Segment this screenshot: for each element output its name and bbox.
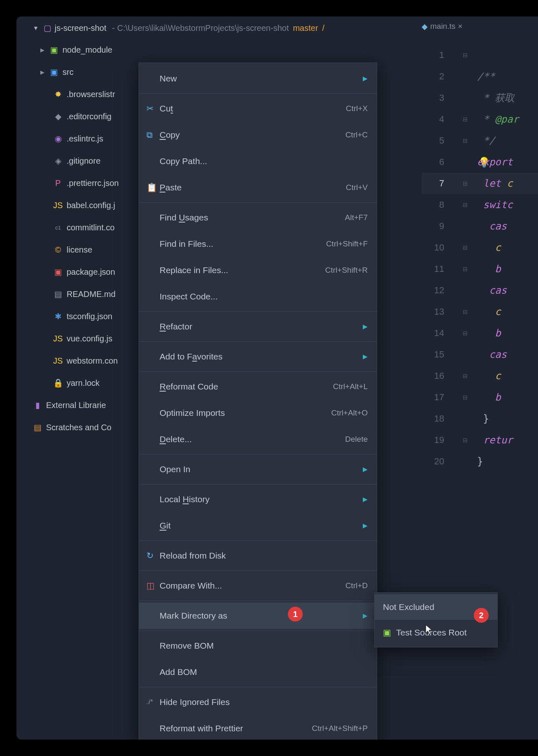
fold-marker-icon[interactable]: ⊟ xyxy=(459,194,471,216)
line-number[interactable]: 18 xyxy=(423,408,444,429)
file-icon: ◈ xyxy=(53,156,63,165)
menu-item[interactable]: Delete...Delete xyxy=(139,426,377,452)
code-token: cas xyxy=(489,220,507,232)
chevron-right-icon[interactable]: ▶ xyxy=(40,69,45,75)
library-icon: ▮ xyxy=(33,401,42,410)
line-number[interactable]: 19 xyxy=(423,429,444,451)
fold-marker-icon[interactable]: ⊟ xyxy=(459,130,471,151)
paste-icon: 📋 xyxy=(146,183,159,192)
ts-file-icon: ◆ xyxy=(422,22,428,31)
menu-item[interactable]: Reformat CodeCtrl+Alt+L xyxy=(139,373,377,400)
line-number[interactable]: 4 xyxy=(423,109,444,130)
menu-item[interactable]: Find in Files...Ctrl+Shift+F xyxy=(139,231,377,257)
menu-item[interactable]: .i*Hide Ignored Files xyxy=(139,689,377,715)
line-number[interactable]: 7 xyxy=(423,173,444,194)
line-number[interactable]: 1 xyxy=(423,44,444,66)
chevron-right-icon: ▶ xyxy=(363,496,368,503)
menu-item[interactable]: ↻Reload from Disk xyxy=(139,543,377,569)
menu-item[interactable]: Add to Favorites▶ xyxy=(139,343,377,370)
line-gutter: 1 2 3 4 5 6 7 8 9 10 11 12 13 14 15 16 1… xyxy=(423,44,444,472)
line-number[interactable]: 10 xyxy=(423,237,444,258)
fold-marker-icon[interactable]: ⊟ xyxy=(459,322,471,344)
editor-tab-main[interactable]: ◆ main.ts × xyxy=(422,22,462,31)
code-token: export xyxy=(477,156,519,168)
fold-marker-icon[interactable]: ⊟ xyxy=(459,258,471,280)
menu-label: Inspect Code... xyxy=(160,292,368,301)
fold-marker-icon[interactable]: ⊟ xyxy=(459,429,471,451)
menu-item[interactable]: Copy Path... xyxy=(139,148,377,174)
menu-item[interactable]: ⧉CopyCtrl+C xyxy=(139,122,377,148)
menu-item[interactable]: Inspect Code... xyxy=(139,283,377,310)
menu-label: Find in Files... xyxy=(160,239,326,249)
fold-marker-icon[interactable]: ⊟ xyxy=(459,237,471,258)
menu-label: Compare With... xyxy=(160,581,346,591)
fold-marker-icon[interactable]: ⊟ xyxy=(459,109,471,130)
menu-separator xyxy=(139,687,377,687)
line-number[interactable]: 20 xyxy=(423,451,444,472)
menu-item[interactable]: Remove BOM xyxy=(139,633,377,659)
chevron-right-icon[interactable]: ▶ xyxy=(40,47,45,53)
menu-item[interactable]: Mark Directory as▶ xyxy=(139,603,377,629)
line-number[interactable]: 12 xyxy=(423,280,444,301)
menu-item[interactable]: 📋PasteCtrl+V xyxy=(139,174,377,201)
cut-icon: ✂ xyxy=(146,104,159,114)
tree-label: src xyxy=(63,67,74,77)
menu-item[interactable]: Optimize ImportsCtrl+Alt+O xyxy=(139,400,377,426)
menu-label: Add BOM xyxy=(160,667,368,677)
line-number[interactable]: 16 xyxy=(423,365,444,387)
menu-label: Git xyxy=(160,521,359,531)
line-number[interactable]: 9 xyxy=(423,216,444,237)
menu-item[interactable]: Add BOM xyxy=(139,659,377,685)
shortcut-label: Ctrl+C xyxy=(346,130,368,139)
menu-item[interactable]: New▶ xyxy=(139,65,377,92)
line-number[interactable]: 17 xyxy=(423,387,444,408)
fold-marker-icon[interactable]: ⊟ xyxy=(459,301,471,322)
menu-label: Optimize Imports xyxy=(160,408,331,418)
fold-marker-icon[interactable]: ⊟ xyxy=(459,387,471,408)
shortcut-label: Delete xyxy=(345,435,368,444)
menu-item[interactable]: Refactor▶ xyxy=(139,313,377,340)
line-number[interactable]: 2 xyxy=(423,66,444,87)
context-menu[interactable]: New▶✂CutCtrl+X⧉CopyCtrl+CCopy Path...📋Pa… xyxy=(139,63,377,740)
menu-item[interactable]: Find UsagesAlt+F7 xyxy=(139,204,377,231)
chevron-right-icon: ▶ xyxy=(363,522,368,529)
line-number[interactable]: 8 xyxy=(423,194,444,216)
tree-label: .eslintrc.js xyxy=(67,134,103,144)
menu-separator xyxy=(139,540,377,541)
line-number[interactable]: 5 xyxy=(423,130,444,151)
folder-icon: ▣ xyxy=(49,45,58,54)
menu-item[interactable]: Git▶ xyxy=(139,513,377,539)
line-number[interactable]: 3 xyxy=(423,87,444,109)
fold-marker-icon[interactable]: ⊟ xyxy=(459,365,471,387)
tree-label: tsconfig.json xyxy=(67,312,112,321)
fold-marker-icon[interactable]: ⊟ xyxy=(459,173,471,194)
menu-item[interactable]: Open In▶ xyxy=(139,456,377,482)
menu-label: Add to Favorites xyxy=(160,352,359,362)
shortcut-label: Ctrl+X xyxy=(346,104,368,113)
hide-icon: .i* xyxy=(146,698,159,706)
code-token: cas xyxy=(489,349,507,360)
tree-label: license xyxy=(67,245,92,255)
code-editor[interactable]: /** * 获取 * @par */ export let c switc ca… xyxy=(477,44,538,494)
line-number[interactable]: 6 xyxy=(423,151,444,173)
folder-icon: ▢ xyxy=(44,23,51,33)
chevron-right-icon: ▶ xyxy=(363,75,368,82)
menu-item[interactable]: Local History▶ xyxy=(139,486,377,513)
menu-item[interactable]: Replace in Files...Ctrl+Shift+R xyxy=(139,257,377,283)
menu-label: Reformat with Prettier xyxy=(160,724,312,733)
line-number[interactable]: 11 xyxy=(423,258,444,280)
menu-item[interactable]: ◫Compare With...Ctrl+D xyxy=(139,573,377,599)
chevron-down-icon[interactable]: ▼ xyxy=(33,25,39,31)
fold-marker-icon[interactable]: ⊟ xyxy=(459,44,471,66)
menu-separator xyxy=(139,341,377,342)
line-number[interactable]: 14 xyxy=(423,322,444,344)
line-number[interactable]: 13 xyxy=(423,301,444,322)
code-token: * xyxy=(477,114,495,125)
chevron-right-icon: ▶ xyxy=(363,323,368,330)
line-number[interactable]: 15 xyxy=(423,344,444,365)
submenu-test-sources[interactable]: ▣ Test Sources Root xyxy=(375,620,497,645)
close-icon[interactable]: × xyxy=(458,22,462,31)
menu-label: Replace in Files... xyxy=(160,265,325,275)
menu-item[interactable]: ✂CutCtrl+X xyxy=(139,95,377,122)
menu-item[interactable]: Reformat with PrettierCtrl+Alt+Shift+P xyxy=(139,715,377,740)
